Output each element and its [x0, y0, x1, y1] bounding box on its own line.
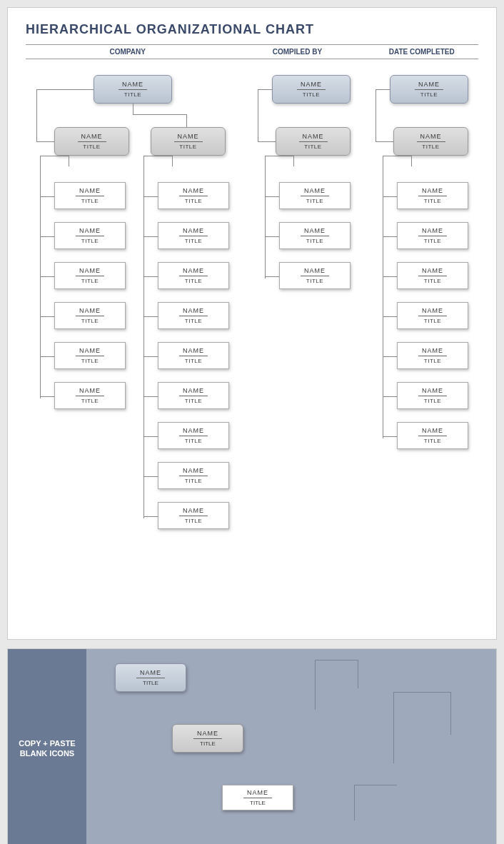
node-title: TITLE [124, 91, 141, 98]
connector [143, 156, 144, 518]
g1a-leaf-5[interactable]: NAMETITLE [54, 382, 126, 409]
g2-leaf-0[interactable]: NAMETITLE [279, 182, 351, 209]
connector [40, 316, 54, 317]
g3-leaf-3[interactable]: NAMETITLE [397, 302, 468, 329]
connector [40, 276, 54, 277]
palette-connector-deco [393, 692, 450, 693]
node-sep [78, 141, 106, 142]
g1b-leaf-2[interactable]: NAMETITLE [158, 262, 229, 289]
connector [265, 156, 266, 278]
palette-sample-white[interactable]: NAMETITLE [222, 785, 293, 810]
connector [143, 396, 158, 397]
connector [383, 356, 397, 357]
palette-canvas: NAMETITLE NAMETITLE NAMETITLE [86, 649, 496, 844]
palette-connector-deco [358, 660, 358, 688]
connector [383, 196, 397, 197]
g3-leaf-4[interactable]: NAMETITLE [397, 342, 468, 369]
g3-top-node[interactable]: NAMETITLE [390, 75, 468, 104]
org-chart-page: HIERARCHICAL ORGANIZATIONAL CHART COMPAN… [7, 7, 497, 640]
connector [143, 316, 158, 317]
g1b-leaf-5[interactable]: NAMETITLE [158, 382, 229, 409]
connector [69, 156, 69, 166]
g1b-leaf-0[interactable]: NAMETITLE [158, 182, 229, 209]
g1b-leaf-6[interactable]: NAMETITLE [158, 422, 229, 449]
connector [36, 89, 37, 141]
connector [265, 276, 279, 277]
connector [143, 436, 158, 437]
g3-leaf-0[interactable]: NAMETITLE [397, 182, 468, 209]
palette-connector-deco [315, 660, 316, 710]
connector [172, 156, 173, 166]
g3-leaf-2[interactable]: NAMETITLE [397, 262, 468, 289]
node-name: NAME [122, 81, 143, 88]
connector [133, 104, 133, 114]
g3-leaf-5[interactable]: NAMETITLE [397, 382, 468, 409]
connector [383, 276, 397, 277]
g1b-leaf-4[interactable]: NAMETITLE [158, 342, 229, 369]
connector [376, 141, 393, 142]
g1b-leaf-7[interactable]: NAMETITLE [158, 462, 229, 489]
g1a-leaf-1[interactable]: NAMETITLE [54, 222, 126, 249]
g3-leaf-1[interactable]: NAMETITLE [397, 222, 468, 249]
g3-leaf-6[interactable]: NAMETITLE [397, 422, 468, 449]
connector [40, 196, 54, 197]
connector [36, 89, 94, 90]
chart-area: NAME TITLE NAME TITLE NAME TITLE [26, 75, 483, 618]
connector [383, 236, 397, 237]
g1a-leaf-3[interactable]: NAMETITLE [54, 302, 126, 329]
connector [258, 89, 272, 90]
connector [186, 114, 187, 127]
connector [411, 156, 412, 166]
connector [258, 141, 276, 142]
g2-leaf-1[interactable]: NAMETITLE [279, 222, 351, 249]
palette-connector-deco [315, 660, 358, 660]
g2-leaf-2[interactable]: NAMETITLE [279, 262, 351, 289]
connector [40, 356, 54, 357]
g1-top-node[interactable]: NAME TITLE [94, 75, 172, 104]
connector [383, 396, 397, 397]
connector [143, 476, 158, 477]
connector [383, 156, 411, 156]
connector [143, 276, 158, 277]
g1b-head-node[interactable]: NAME TITLE [151, 127, 226, 156]
g1b-leaf-8[interactable]: NAMETITLE [158, 502, 229, 529]
connector [376, 89, 390, 90]
node-sep [119, 89, 147, 90]
g1a-leaf-2[interactable]: NAMETITLE [54, 262, 126, 289]
g3-head-node[interactable]: NAMETITLE [393, 127, 468, 156]
palette-label: COPY + PASTE BLANK ICONS [8, 649, 86, 844]
connector [40, 396, 54, 397]
header-date-completed: DATE COMPLETED [365, 48, 478, 56]
header-company: COMPANY [26, 48, 229, 56]
connector [383, 436, 397, 437]
node-name: NAME [177, 133, 198, 140]
connector [143, 196, 158, 197]
connector [40, 236, 54, 237]
connector [265, 236, 279, 237]
palette-connector-deco [354, 785, 397, 785]
connector [265, 156, 293, 156]
palette-sample-blue[interactable]: NAMETITLE [115, 663, 186, 692]
connector [40, 156, 69, 156]
connector [383, 316, 397, 317]
g2-top-node[interactable]: NAMETITLE [272, 75, 351, 104]
connector [40, 156, 41, 398]
connector [293, 156, 294, 166]
node-sep [174, 141, 203, 142]
g1a-leaf-4[interactable]: NAMETITLE [54, 342, 126, 369]
g1a-head-node[interactable]: NAME TITLE [54, 127, 129, 156]
connector [143, 516, 158, 517]
palette-connector-deco [450, 692, 451, 735]
g1b-leaf-3[interactable]: NAMETITLE [158, 302, 229, 329]
node-title: TITLE [83, 144, 100, 150]
connector [133, 114, 186, 115]
connector [36, 141, 54, 142]
node-title: TITLE [179, 144, 196, 150]
palette-sample-gray[interactable]: NAMETITLE [172, 724, 243, 753]
connector [143, 236, 158, 237]
header-row: COMPANY COMPILED BY DATE COMPLETED [26, 44, 478, 59]
connector [265, 196, 279, 197]
g1a-leaf-0[interactable]: NAMETITLE [54, 182, 126, 209]
g1b-leaf-1[interactable]: NAMETITLE [158, 222, 229, 249]
g2-head-node[interactable]: NAMETITLE [276, 127, 351, 156]
